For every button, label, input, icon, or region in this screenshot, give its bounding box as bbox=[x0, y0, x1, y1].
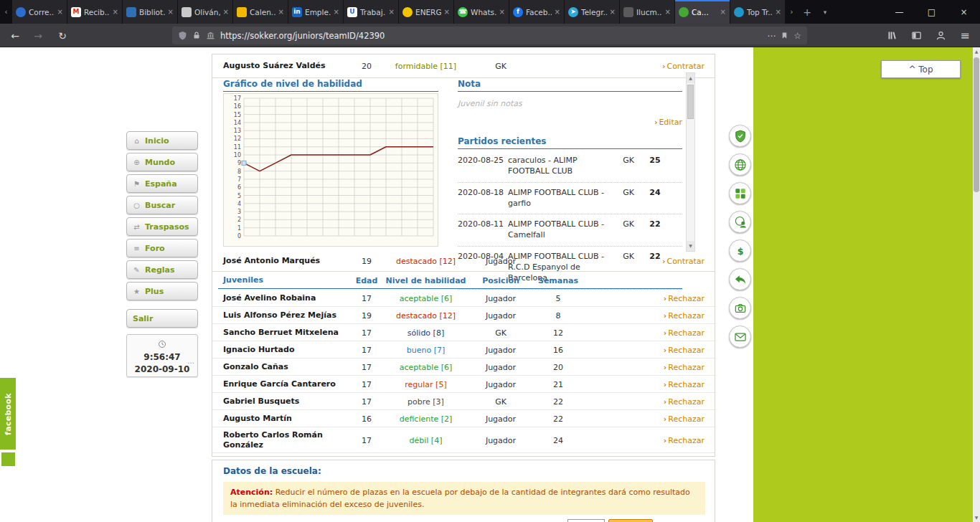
window-maximize-button[interactable]: □ bbox=[915, 0, 948, 24]
tab-close-icon[interactable]: × bbox=[278, 8, 284, 16]
browser-tab[interactable]: UTrabaj...× bbox=[344, 0, 399, 24]
shield-icon[interactable] bbox=[729, 125, 751, 147]
forward-button[interactable]: → bbox=[27, 24, 49, 47]
edit-note-link[interactable]: ›Editar bbox=[654, 118, 682, 127]
url-text[interactable]: https://sokker.org/juniors/teamID/42390 bbox=[220, 31, 762, 41]
facebook-ribbon[interactable]: facebook bbox=[0, 378, 16, 450]
hamburger-menu-icon[interactable]: ≡ bbox=[954, 24, 976, 47]
reject-link[interactable]: ›Rechazar bbox=[664, 435, 705, 445]
account-icon[interactable] bbox=[930, 24, 951, 47]
library-icon[interactable] bbox=[881, 24, 903, 47]
sidebar-item-mundo[interactable]: ⊕Mundo bbox=[126, 153, 198, 171]
bookmark-flag-icon[interactable] bbox=[781, 31, 788, 40]
tab-close-icon[interactable]: × bbox=[57, 8, 63, 16]
change-places-button[interactable] bbox=[608, 519, 653, 522]
match-row[interactable]: 2020-08-18ALIMP FOOTBALL CLUB - garfioGK… bbox=[458, 183, 682, 215]
juvenile-weeks: 12 bbox=[537, 328, 580, 337]
new-tab-button[interactable]: + bbox=[798, 0, 816, 24]
reject-link[interactable]: ›Rechazar bbox=[664, 414, 705, 423]
back-to-top-button[interactable]: ^ Top bbox=[881, 60, 961, 78]
sidebar-toggle-icon[interactable] bbox=[905, 24, 927, 47]
browser-tab[interactable]: Corre...× bbox=[12, 0, 67, 24]
scrollbar-thumb[interactable] bbox=[687, 85, 694, 119]
globe-player-icon[interactable] bbox=[729, 211, 751, 233]
clock-more-icon[interactable]: … bbox=[187, 357, 194, 365]
mail-icon[interactable] bbox=[729, 326, 751, 348]
stats-grid-icon[interactable] bbox=[729, 182, 751, 204]
page-actions-icon[interactable]: ⋯ bbox=[767, 31, 776, 41]
window-minimize-button[interactable]: — bbox=[883, 0, 915, 24]
lock-icon[interactable] bbox=[192, 31, 201, 40]
page-scrollbar-thumb[interactable] bbox=[974, 57, 979, 192]
sidebar-item-buscar[interactable]: ○Buscar bbox=[126, 196, 198, 214]
reload-button[interactable]: ↻ bbox=[52, 24, 73, 47]
browser-tab[interactable]: inEmple...× bbox=[288, 0, 344, 24]
browser-tab[interactable]: ☎Whats...× bbox=[454, 0, 509, 24]
organization-building-icon[interactable] bbox=[206, 31, 215, 40]
tab-close-icon[interactable]: × bbox=[113, 8, 118, 16]
tab-close-icon[interactable]: × bbox=[776, 8, 781, 16]
browser-tab[interactable]: Calen...× bbox=[233, 0, 288, 24]
tab-close-icon[interactable]: × bbox=[223, 8, 229, 16]
tab-close-icon[interactable]: × bbox=[610, 8, 616, 16]
back-arrow-icon[interactable] bbox=[729, 268, 751, 290]
tab-close-icon[interactable]: × bbox=[720, 8, 726, 16]
hire-link[interactable]: ›Contratar bbox=[662, 257, 705, 266]
reject-link[interactable]: ›Rechazar bbox=[664, 293, 705, 303]
panel-scrollbar[interactable]: ▲ ▼ bbox=[686, 72, 695, 252]
match-row[interactable]: 2020-08-25caraculos - ALIMP FOOTBALL CLU… bbox=[458, 151, 682, 183]
reject-link[interactable]: ›Rechazar bbox=[664, 345, 705, 354]
juvenile-weeks: 24 bbox=[537, 435, 580, 445]
sidebar-item-plus[interactable]: ★Plus bbox=[126, 282, 198, 300]
scroll-down-icon[interactable]: ▼ bbox=[973, 513, 980, 522]
reject-link[interactable]: ›Rechazar bbox=[664, 328, 705, 337]
browser-tab[interactable]: ENERG...× bbox=[399, 0, 454, 24]
scroll-up-icon[interactable]: ▲ bbox=[687, 73, 694, 83]
scroll-up-icon[interactable]: ▲ bbox=[973, 47, 980, 56]
sidebar-item-traspasos[interactable]: ⇄Traspasos bbox=[126, 217, 198, 236]
money-icon[interactable]: $ bbox=[729, 239, 751, 262]
tab-close-icon[interactable]: × bbox=[555, 8, 560, 16]
sidebar-item-españa[interactable]: ⚑España bbox=[126, 174, 198, 193]
browser-tab[interactable]: Ilucm...× bbox=[620, 0, 675, 24]
sidebar-item-reglas[interactable]: ✎Reglas bbox=[126, 260, 198, 279]
sidebar-item-foro[interactable]: ≡Foro bbox=[126, 239, 198, 257]
y-tick-label: 0 bbox=[237, 233, 241, 239]
tab-close-icon[interactable]: × bbox=[444, 8, 450, 16]
reject-link[interactable]: ›Rechazar bbox=[664, 362, 705, 371]
tab-close-icon[interactable]: × bbox=[665, 8, 671, 16]
browser-tab[interactable]: Oliván, pe...× bbox=[178, 0, 233, 24]
browser-tab[interactable]: ➤Telegr...× bbox=[565, 0, 620, 24]
sidebar-item-inicio[interactable]: ⌂Inicio bbox=[126, 131, 198, 150]
browser-tab[interactable]: Ca...× bbox=[675, 0, 730, 24]
tab-scroll-right-icon[interactable]: › bbox=[786, 0, 798, 24]
tab-close-icon[interactable]: × bbox=[499, 8, 505, 16]
sidebar-item-salir[interactable]: Salir bbox=[126, 309, 198, 328]
tab-close-icon[interactable]: × bbox=[334, 8, 339, 16]
window-close-button[interactable]: × bbox=[948, 0, 980, 24]
back-button[interactable]: ← bbox=[4, 24, 26, 47]
facebook-ribbon-tab[interactable] bbox=[1, 452, 15, 466]
globe-icon[interactable] bbox=[729, 153, 751, 176]
places-input[interactable] bbox=[567, 519, 605, 522]
reject-link[interactable]: ›Rechazar bbox=[664, 310, 705, 320]
reject-link[interactable]: ›Rechazar bbox=[664, 379, 705, 389]
browser-tab[interactable]: Top Tr...× bbox=[730, 0, 786, 24]
tab-close-icon[interactable]: × bbox=[389, 8, 395, 16]
list-tabs-button[interactable]: ▾ bbox=[816, 0, 834, 24]
scroll-down-icon[interactable]: ▼ bbox=[687, 241, 694, 251]
tab-close-icon[interactable]: × bbox=[168, 8, 174, 16]
tracking-protection-shield-icon[interactable] bbox=[178, 30, 187, 41]
bookmark-star-icon[interactable]: ☆ bbox=[793, 31, 801, 41]
reject-link[interactable]: ›Rechazar bbox=[664, 397, 705, 406]
browser-tab[interactable]: MRecib...× bbox=[67, 0, 123, 24]
match-row[interactable]: 2020-08-11ALIMP FOOTBALL CLUB - Camelfal… bbox=[458, 214, 682, 247]
tab-scroll-left-icon[interactable]: ‹ bbox=[0, 0, 12, 24]
camera-icon[interactable] bbox=[729, 297, 751, 319]
match-rating: 25 bbox=[641, 156, 669, 166]
hire-link[interactable]: ›Contratar bbox=[662, 62, 705, 71]
browser-tab[interactable]: Bibliot...× bbox=[123, 0, 178, 24]
browser-tab[interactable]: fFaceb...× bbox=[509, 0, 565, 24]
url-bar[interactable]: https://sokker.org/juniors/teamID/42390 … bbox=[172, 27, 807, 44]
match-position: GK bbox=[616, 219, 641, 230]
